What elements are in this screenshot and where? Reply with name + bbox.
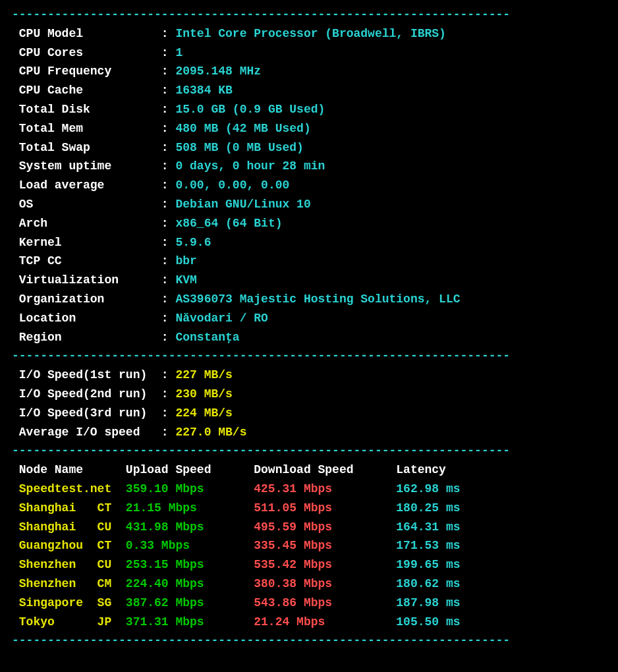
speedtest-row: Tokyo JP 371.31 Mbps 21.24 Mbps 105.50 m… (12, 613, 606, 632)
sysinfo-row: Total Disk : 15.0 GB (0.9 GB Used) (12, 100, 606, 119)
sysinfo-value: 15.0 GB (0.9 GB Used) (175, 103, 325, 116)
download-speed: 535.42 Mbps (254, 558, 396, 571)
latency: 162.98 ms (396, 482, 460, 495)
upload-speed: 387.62 Mbps (126, 596, 254, 609)
latency: 199.65 ms (396, 558, 460, 571)
sysinfo-row: Location : Năvodari / RO (12, 309, 606, 328)
upload-speed: 21.15 Mbps (126, 501, 254, 515)
upload-speed: 359.10 Mbps (126, 482, 254, 495)
col-header-latency: Latency (396, 463, 446, 476)
sysinfo-row: CPU Cache : 16384 KB (12, 81, 606, 100)
sysinfo-label: Location : (12, 312, 175, 325)
upload-speed: 431.98 Mbps (126, 520, 254, 534)
sysinfo-value: Intel Core Processor (Broadwell, IBRS) (175, 27, 445, 40)
sysinfo-value: 480 MB (42 MB Used) (175, 122, 310, 135)
upload-speed: 0.33 Mbps (126, 539, 254, 552)
sysinfo-label: CPU Model : (12, 27, 175, 40)
download-speed: 335.45 Mbps (254, 539, 396, 552)
node-name: Tokyo JP (12, 615, 126, 629)
io-label: I/O Speed(2nd run) : (12, 387, 175, 401)
io-label: I/O Speed(1st run) : (12, 368, 175, 381)
sysinfo-label: CPU Cores : (12, 46, 175, 59)
sysinfo-label: TCP CC : (12, 254, 175, 267)
sysinfo-value: 1 (175, 46, 183, 59)
node-name: Shenzhen CM (12, 577, 126, 590)
speedtest-row: Singapore SG 387.62 Mbps 543.86 Mbps 187… (12, 594, 606, 613)
speedtest-row: Speedtest.net 359.10 Mbps 425.31 Mbps 16… (12, 480, 606, 499)
sysinfo-label: OS : (12, 198, 175, 211)
sysinfo-value: 508 MB (0 MB Used) (175, 141, 303, 154)
node-name: Speedtest.net (12, 482, 126, 495)
sysinfo-value: 2095.148 MHz (175, 65, 261, 78)
node-name: Shanghai CT (12, 501, 126, 515)
sysinfo-row: Total Mem : 480 MB (42 MB Used) (12, 119, 606, 138)
download-speed: 543.86 Mbps (254, 596, 396, 609)
speedtest-section: Node Name Upload Speed Download Speed La… (12, 461, 606, 631)
upload-speed: 224.40 Mbps (126, 577, 254, 590)
latency: 180.62 ms (396, 577, 460, 590)
download-speed: 495.59 Mbps (254, 520, 396, 534)
sysinfo-row: Region : Constanța (12, 328, 606, 347)
download-speed: 511.05 Mbps (254, 501, 396, 515)
io-value: 227.0 MB/s (175, 426, 246, 439)
sysinfo-row: Total Swap : 508 MB (0 MB Used) (12, 138, 606, 157)
sysinfo-value: Constanța (175, 331, 239, 344)
sysinfo-label: Total Swap : (12, 141, 175, 154)
col-header-node: Node Name (12, 463, 126, 476)
divider-line: ----------------------------------------… (12, 347, 606, 366)
latency: 105.50 ms (396, 615, 460, 629)
system-info-section: CPU Model : Intel Core Processor (Broadw… (12, 24, 606, 347)
io-speed-section: I/O Speed(1st run) : 227 MB/s I/O Speed(… (12, 366, 606, 441)
io-value: 230 MB/s (175, 387, 232, 401)
col-header-download: Download Speed (254, 463, 396, 476)
sysinfo-value: 0 days, 0 hour 28 min (175, 159, 325, 173)
upload-speed: 371.31 Mbps (126, 615, 254, 629)
sysinfo-row: CPU Cores : 1 (12, 43, 606, 63)
sysinfo-value: 0.00, 0.00, 0.00 (175, 179, 289, 192)
io-row: Average I/O speed : 227.0 MB/s (12, 423, 606, 442)
sysinfo-label: Arch : (12, 217, 175, 230)
sysinfo-label: CPU Frequency : (12, 65, 175, 78)
upload-speed: 253.15 Mbps (126, 558, 254, 571)
sysinfo-value: KVM (175, 273, 196, 287)
io-label: Average I/O speed : (12, 426, 175, 439)
sysinfo-row: OS : Debian GNU/Linux 10 (12, 195, 606, 214)
speedtest-row: Shanghai CU 431.98 Mbps 495.59 Mbps 164.… (12, 518, 606, 537)
sysinfo-label: Organization : (12, 293, 175, 306)
sysinfo-label: Total Mem : (12, 122, 175, 135)
sysinfo-row: System uptime : 0 days, 0 hour 28 min (12, 157, 606, 176)
download-speed: 425.31 Mbps (254, 482, 396, 495)
sysinfo-row: TCP CC : bbr (12, 252, 606, 271)
divider-line: ----------------------------------------… (12, 5, 606, 24)
download-speed: 380.38 Mbps (254, 577, 396, 590)
latency: 180.25 ms (396, 501, 460, 515)
node-name: Guangzhou CT (12, 539, 126, 552)
io-value: 227 MB/s (175, 368, 232, 381)
sysinfo-label: Virtualization : (12, 273, 175, 287)
divider-line: ----------------------------------------… (12, 441, 606, 461)
latency: 187.98 ms (396, 596, 460, 609)
speedtest-header: Node Name Upload Speed Download Speed La… (12, 461, 606, 480)
sysinfo-row: Kernel : 5.9.6 (12, 233, 606, 252)
io-value: 224 MB/s (175, 406, 232, 420)
sysinfo-row: Arch : x86_64 (64 Bit) (12, 214, 606, 233)
sysinfo-label: Load average : (12, 179, 175, 192)
io-row: I/O Speed(1st run) : 227 MB/s (12, 366, 606, 385)
col-header-upload: Upload Speed (126, 463, 254, 476)
sysinfo-label: CPU Cache : (12, 84, 175, 97)
sysinfo-row: Virtualization : KVM (12, 271, 606, 290)
sysinfo-row: CPU Frequency : 2095.148 MHz (12, 62, 606, 81)
sysinfo-value: Năvodari / RO (175, 312, 267, 325)
speedtest-row: Shenzhen CU 253.15 Mbps 535.42 Mbps 199.… (12, 555, 606, 574)
sysinfo-value: AS396073 Majestic Hosting Solutions, LLC (175, 293, 460, 306)
latency: 171.53 ms (396, 539, 460, 552)
io-row: I/O Speed(2nd run) : 230 MB/s (12, 385, 606, 404)
speedtest-row: Shenzhen CM 224.40 Mbps 380.38 Mbps 180.… (12, 574, 606, 594)
sysinfo-label: System uptime : (12, 159, 175, 173)
sysinfo-label: Total Disk : (12, 103, 175, 116)
node-name: Singapore SG (12, 596, 126, 609)
sysinfo-value: 5.9.6 (175, 236, 211, 249)
sysinfo-row: Load average : 0.00, 0.00, 0.00 (12, 176, 606, 195)
divider-line: ----------------------------------------… (12, 631, 606, 650)
sysinfo-row: Organization : AS396073 Majestic Hosting… (12, 290, 606, 309)
